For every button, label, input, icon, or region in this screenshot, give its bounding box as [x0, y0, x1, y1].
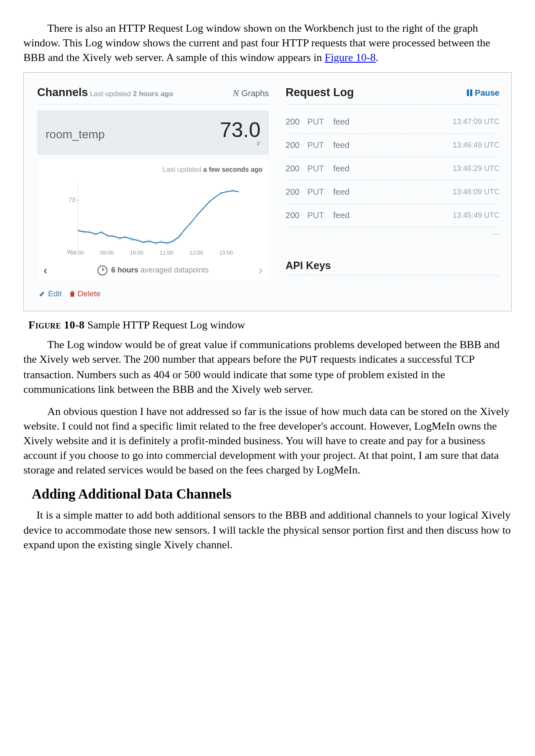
clock-icon [97, 265, 107, 275]
request-log-panel: Request Log Pause 200PUTfeed13:47:09 UTC… [277, 73, 511, 311]
chart-jitter [78, 190, 239, 245]
log-status-code: 200 [285, 211, 307, 220]
channels-subtitle: Last updated 2 hours ago [90, 90, 173, 98]
text: averaged datapoints [138, 266, 209, 274]
x-tick: 08:00 [70, 249, 84, 256]
pause-label: Pause [475, 88, 499, 98]
text: Last updated [90, 90, 133, 98]
log-timestamp: 13:46:29 UTC [453, 164, 499, 173]
paragraph: There is also an HTTP Request Log window… [23, 21, 512, 65]
text: a few seconds ago [203, 166, 262, 173]
graphs-button[interactable]: N Graphs [233, 88, 269, 99]
log-method: PUT [307, 164, 333, 173]
log-timestamp: 13:47:09 UTC [453, 117, 499, 126]
pencil-icon [39, 290, 46, 297]
x-left-label: W [67, 249, 72, 255]
log-status-code: 200 [285, 117, 307, 127]
paragraph: The Log window would be of great value i… [23, 337, 512, 397]
delete-label: Delete [78, 289, 101, 298]
channel-card[interactable]: room_temp 73.0 F [37, 110, 269, 155]
section-heading: Adding Additional Data Channels [32, 486, 512, 502]
log-method: PUT [307, 117, 333, 127]
paragraph: It is a simple matter to add both additi… [23, 508, 512, 552]
chart-range[interactable]: 6 hours averaged datapoints [97, 265, 209, 275]
code-text: PUT [300, 354, 318, 366]
channels-title: Channels [37, 86, 88, 99]
log-status-code: 200 [285, 140, 307, 150]
text: 2 hours ago [133, 90, 173, 98]
api-keys-heading: API Keys [285, 257, 499, 275]
line-chart: 73 08:0009:0010:0011:0012:0013:00 W [43, 178, 262, 261]
x-tick: 09:00 [100, 249, 114, 256]
chart-area: Last updated a few seconds ago 73 08:000… [37, 158, 269, 282]
log-method: PUT [307, 187, 333, 197]
x-tick: 10:00 [130, 249, 144, 256]
log-target: feed [333, 187, 453, 197]
pause-icon [467, 89, 472, 96]
channel-name: room_temp [46, 128, 105, 141]
x-tick: 12:00 [189, 249, 203, 256]
log-status-code: 200 [285, 187, 307, 197]
log-timestamp: 13:46:49 UTC [453, 141, 499, 150]
log-more-indicator: — [285, 227, 499, 249]
log-row[interactable]: 200PUTfeed13:46:09 UTC [285, 181, 499, 204]
chart-line [78, 191, 239, 243]
x-tick: 13:00 [219, 249, 233, 256]
caption-label: Figure 10-8 [28, 319, 85, 331]
caption-text: Sample HTTP Request Log window [85, 319, 245, 331]
log-timestamp: 13:45:49 UTC [453, 211, 499, 220]
log-method: PUT [307, 211, 333, 220]
paragraph: An obvious question I have not addressed… [23, 404, 512, 477]
edit-button[interactable]: Edit [39, 289, 62, 298]
log-status-code: 200 [285, 164, 307, 173]
log-target: feed [333, 117, 453, 127]
log-target: feed [333, 211, 453, 220]
log-timestamp: 13:46:09 UTC [453, 188, 499, 196]
y-tick: 73 [69, 196, 75, 203]
trash-icon [69, 290, 75, 297]
chevron-right-icon[interactable]: › [259, 264, 262, 277]
chart-updated: Last updated a few seconds ago [43, 166, 262, 173]
request-log-title: Request Log [285, 86, 354, 99]
figure-link[interactable]: Figure 10-8 [325, 51, 376, 64]
log-row[interactable]: 200PUTfeed13:47:09 UTC [285, 110, 499, 134]
x-tick: 11:00 [160, 249, 173, 256]
graphs-label: Graphs [242, 89, 269, 98]
text: 6 hours [111, 266, 138, 274]
delete-button[interactable]: Delete [69, 289, 101, 298]
pause-button[interactable]: Pause [467, 88, 499, 98]
log-target: feed [333, 164, 453, 173]
chevron-left-icon[interactable]: ‹ [43, 264, 47, 277]
text: Last updated [163, 166, 203, 173]
figure-10-8: Channels Last updated 2 hours ago N Grap… [23, 72, 512, 311]
graphs-icon: N [233, 88, 239, 99]
text: There is also an HTTP Request Log window… [23, 22, 490, 64]
log-target: feed [333, 140, 453, 150]
edit-label: Edit [48, 289, 62, 298]
log-row[interactable]: 200PUTfeed13:46:49 UTC [285, 134, 499, 157]
text: . [376, 51, 379, 64]
channels-panel: Channels Last updated 2 hours ago N Grap… [24, 73, 277, 311]
log-row[interactable]: 200PUTfeed13:45:49 UTC [285, 204, 499, 227]
log-row[interactable]: 200PUTfeed13:46:29 UTC [285, 157, 499, 181]
figure-caption: Figure 10-8 Sample HTTP Request Log wind… [28, 319, 512, 331]
channel-value: 73.0 [220, 120, 260, 140]
log-method: PUT [307, 140, 333, 150]
chart-nav: ‹ 6 hours averaged datapoints › [43, 264, 262, 277]
